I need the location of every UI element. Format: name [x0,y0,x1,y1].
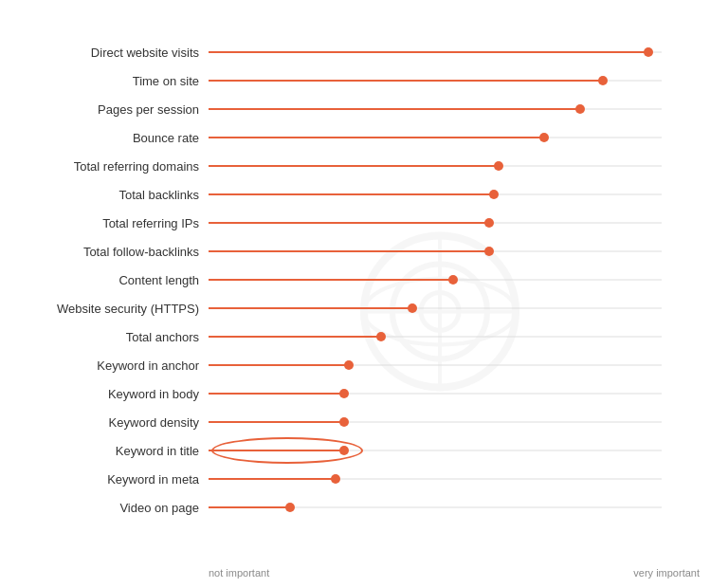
row-label: Keyword in title [0,444,199,458]
row-label: Total anchors [0,330,199,344]
row-dot [598,76,608,85]
chart-row: Total follow-backlinks [209,237,662,266]
row-line-fill [209,222,489,224]
row-line-fill [209,193,494,195]
chart-row: Total referring domains [209,152,662,180]
chart-area: Direct website visitsTime on sitePages p… [209,38,662,569]
chart-row: Keyword in meta [209,465,662,493]
chart-row: Website security (HTTPS) [209,294,662,322]
row-label: Video on page [0,501,199,515]
row-label: Direct website visits [0,46,199,60]
row-line-fill [209,250,489,252]
row-dot [448,275,458,285]
row-line-fill [209,165,499,167]
row-label: Total referring domains [0,159,199,174]
row-label: Time on site [0,74,199,88]
row-line-fill [209,364,349,366]
x-axis-label-left: not important [209,567,269,579]
row-label: Keyword in body [0,387,199,401]
chart-row: Bounce rate [209,123,662,152]
chart-row: Total anchors [209,322,662,351]
row-dot [339,417,349,427]
row-line-fill [209,307,412,309]
row-dot [331,474,340,484]
chart-row: Keyword density [209,408,662,436]
x-axis-label-right: very important [633,567,700,579]
row-line-fill [209,279,453,281]
row-line-fill [209,421,344,423]
row-dot [489,190,499,199]
chart-row: Total backlinks [209,180,662,209]
row-line-fill [209,506,290,508]
row-dot [376,332,386,341]
row-label: Bounce rate [0,131,199,145]
chart-row: Content length [209,266,662,294]
row-dot [644,47,653,57]
row-label: Keyword density [0,415,199,430]
chart-row: Video on page [209,493,662,522]
row-line-fill [209,336,381,338]
row-dot [539,133,549,142]
row-line-fill [209,108,580,110]
chart-row: Keyword in anchor [209,351,662,379]
row-label: Total referring IPs [0,216,199,230]
chart-row: Direct website visits [209,38,662,66]
row-label: Keyword in anchor [0,358,199,373]
row-label: Keyword in meta [0,472,199,487]
chart-row: Time on site [209,66,662,95]
row-label: Total backlinks [0,188,199,202]
row-label: Total follow-backlinks [0,245,199,259]
row-dot [339,389,349,398]
row-line-fill [209,450,344,451]
row-dot [285,503,295,512]
row-line-fill [209,478,336,480]
row-label: Content length [0,273,199,287]
chart-row: Keyword in body [209,379,662,408]
chart-row: Total referring IPs [209,209,662,237]
row-line-fill [209,393,344,395]
row-dot [484,247,494,256]
row-label: Pages per session [0,102,199,117]
row-dot [575,104,585,114]
row-line-fill [209,137,544,138]
row-dot [344,360,354,370]
row-dot [494,161,503,171]
row-line-fill [209,51,648,53]
row-dot [339,446,349,455]
row-dot [408,303,417,313]
chart-row: Pages per session [209,95,662,123]
chart-row: Keyword in title [209,436,662,465]
chart-container: Direct website visitsTime on sitePages p… [0,0,728,588]
row-dot [484,218,494,228]
x-axis-labels: not important very important [209,567,700,579]
row-label: Website security (HTTPS) [0,302,199,316]
row-line-fill [209,80,603,82]
